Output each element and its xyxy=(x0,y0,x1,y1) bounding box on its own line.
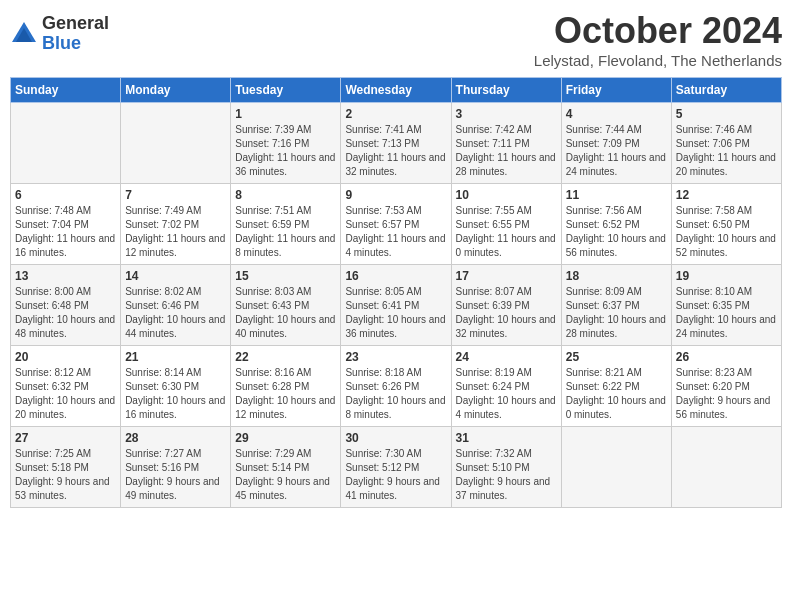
day-number: 13 xyxy=(15,269,116,283)
day-info: Sunrise: 7:53 AM Sunset: 6:57 PM Dayligh… xyxy=(345,204,446,260)
calendar-cell: 19Sunrise: 8:10 AM Sunset: 6:35 PM Dayli… xyxy=(671,265,781,346)
day-info: Sunrise: 7:55 AM Sunset: 6:55 PM Dayligh… xyxy=(456,204,557,260)
col-header-monday: Monday xyxy=(121,78,231,103)
day-info: Sunrise: 7:27 AM Sunset: 5:16 PM Dayligh… xyxy=(125,447,226,503)
day-number: 10 xyxy=(456,188,557,202)
col-header-tuesday: Tuesday xyxy=(231,78,341,103)
day-info: Sunrise: 7:44 AM Sunset: 7:09 PM Dayligh… xyxy=(566,123,667,179)
calendar-cell: 13Sunrise: 8:00 AM Sunset: 6:48 PM Dayli… xyxy=(11,265,121,346)
day-info: Sunrise: 7:25 AM Sunset: 5:18 PM Dayligh… xyxy=(15,447,116,503)
calendar-cell: 14Sunrise: 8:02 AM Sunset: 6:46 PM Dayli… xyxy=(121,265,231,346)
calendar-cell: 27Sunrise: 7:25 AM Sunset: 5:18 PM Dayli… xyxy=(11,427,121,508)
day-info: Sunrise: 8:18 AM Sunset: 6:26 PM Dayligh… xyxy=(345,366,446,422)
calendar-cell: 17Sunrise: 8:07 AM Sunset: 6:39 PM Dayli… xyxy=(451,265,561,346)
calendar-cell: 21Sunrise: 8:14 AM Sunset: 6:30 PM Dayli… xyxy=(121,346,231,427)
general-blue-icon xyxy=(10,20,38,48)
day-number: 27 xyxy=(15,431,116,445)
calendar-cell: 23Sunrise: 8:18 AM Sunset: 6:26 PM Dayli… xyxy=(341,346,451,427)
day-info: Sunrise: 7:58 AM Sunset: 6:50 PM Dayligh… xyxy=(676,204,777,260)
day-number: 11 xyxy=(566,188,667,202)
day-info: Sunrise: 8:00 AM Sunset: 6:48 PM Dayligh… xyxy=(15,285,116,341)
day-info: Sunrise: 8:07 AM Sunset: 6:39 PM Dayligh… xyxy=(456,285,557,341)
day-number: 31 xyxy=(456,431,557,445)
calendar-cell: 11Sunrise: 7:56 AM Sunset: 6:52 PM Dayli… xyxy=(561,184,671,265)
day-info: Sunrise: 7:30 AM Sunset: 5:12 PM Dayligh… xyxy=(345,447,446,503)
calendar-cell: 5Sunrise: 7:46 AM Sunset: 7:06 PM Daylig… xyxy=(671,103,781,184)
day-number: 2 xyxy=(345,107,446,121)
day-info: Sunrise: 8:23 AM Sunset: 6:20 PM Dayligh… xyxy=(676,366,777,422)
day-number: 8 xyxy=(235,188,336,202)
day-info: Sunrise: 7:39 AM Sunset: 7:16 PM Dayligh… xyxy=(235,123,336,179)
logo: General Blue xyxy=(10,14,109,54)
day-number: 23 xyxy=(345,350,446,364)
calendar-cell: 15Sunrise: 8:03 AM Sunset: 6:43 PM Dayli… xyxy=(231,265,341,346)
day-number: 16 xyxy=(345,269,446,283)
calendar-cell: 12Sunrise: 7:58 AM Sunset: 6:50 PM Dayli… xyxy=(671,184,781,265)
calendar-cell: 20Sunrise: 8:12 AM Sunset: 6:32 PM Dayli… xyxy=(11,346,121,427)
day-number: 26 xyxy=(676,350,777,364)
day-info: Sunrise: 7:48 AM Sunset: 7:04 PM Dayligh… xyxy=(15,204,116,260)
day-number: 17 xyxy=(456,269,557,283)
location: Lelystad, Flevoland, The Netherlands xyxy=(534,52,782,69)
calendar-cell: 28Sunrise: 7:27 AM Sunset: 5:16 PM Dayli… xyxy=(121,427,231,508)
day-number: 15 xyxy=(235,269,336,283)
day-number: 1 xyxy=(235,107,336,121)
day-number: 22 xyxy=(235,350,336,364)
week-row-5: 27Sunrise: 7:25 AM Sunset: 5:18 PM Dayli… xyxy=(11,427,782,508)
page-header: General Blue October 2024 Lelystad, Flev… xyxy=(10,10,782,69)
day-info: Sunrise: 7:56 AM Sunset: 6:52 PM Dayligh… xyxy=(566,204,667,260)
calendar-table: SundayMondayTuesdayWednesdayThursdayFrid… xyxy=(10,77,782,508)
day-number: 18 xyxy=(566,269,667,283)
day-number: 20 xyxy=(15,350,116,364)
col-header-wednesday: Wednesday xyxy=(341,78,451,103)
calendar-cell: 6Sunrise: 7:48 AM Sunset: 7:04 PM Daylig… xyxy=(11,184,121,265)
day-number: 30 xyxy=(345,431,446,445)
calendar-cell: 26Sunrise: 8:23 AM Sunset: 6:20 PM Dayli… xyxy=(671,346,781,427)
calendar-cell: 29Sunrise: 7:29 AM Sunset: 5:14 PM Dayli… xyxy=(231,427,341,508)
day-info: Sunrise: 8:09 AM Sunset: 6:37 PM Dayligh… xyxy=(566,285,667,341)
day-number: 29 xyxy=(235,431,336,445)
day-info: Sunrise: 8:19 AM Sunset: 6:24 PM Dayligh… xyxy=(456,366,557,422)
calendar-cell: 10Sunrise: 7:55 AM Sunset: 6:55 PM Dayli… xyxy=(451,184,561,265)
month-title: October 2024 xyxy=(534,10,782,52)
calendar-cell xyxy=(561,427,671,508)
day-info: Sunrise: 8:14 AM Sunset: 6:30 PM Dayligh… xyxy=(125,366,226,422)
day-number: 5 xyxy=(676,107,777,121)
calendar-cell: 7Sunrise: 7:49 AM Sunset: 7:02 PM Daylig… xyxy=(121,184,231,265)
logo-general: General xyxy=(42,14,109,34)
day-number: 14 xyxy=(125,269,226,283)
day-number: 19 xyxy=(676,269,777,283)
day-info: Sunrise: 7:41 AM Sunset: 7:13 PM Dayligh… xyxy=(345,123,446,179)
calendar-cell: 24Sunrise: 8:19 AM Sunset: 6:24 PM Dayli… xyxy=(451,346,561,427)
calendar-cell: 31Sunrise: 7:32 AM Sunset: 5:10 PM Dayli… xyxy=(451,427,561,508)
day-number: 4 xyxy=(566,107,667,121)
day-info: Sunrise: 7:49 AM Sunset: 7:02 PM Dayligh… xyxy=(125,204,226,260)
calendar-cell: 22Sunrise: 8:16 AM Sunset: 6:28 PM Dayli… xyxy=(231,346,341,427)
calendar-cell: 25Sunrise: 8:21 AM Sunset: 6:22 PM Dayli… xyxy=(561,346,671,427)
day-number: 28 xyxy=(125,431,226,445)
day-info: Sunrise: 8:10 AM Sunset: 6:35 PM Dayligh… xyxy=(676,285,777,341)
day-info: Sunrise: 7:29 AM Sunset: 5:14 PM Dayligh… xyxy=(235,447,336,503)
calendar-header-row: SundayMondayTuesdayWednesdayThursdayFrid… xyxy=(11,78,782,103)
logo-blue: Blue xyxy=(42,34,109,54)
calendar-cell xyxy=(121,103,231,184)
calendar-cell: 2Sunrise: 7:41 AM Sunset: 7:13 PM Daylig… xyxy=(341,103,451,184)
calendar-cell: 18Sunrise: 8:09 AM Sunset: 6:37 PM Dayli… xyxy=(561,265,671,346)
day-info: Sunrise: 7:46 AM Sunset: 7:06 PM Dayligh… xyxy=(676,123,777,179)
day-number: 24 xyxy=(456,350,557,364)
col-header-friday: Friday xyxy=(561,78,671,103)
logo-text: General Blue xyxy=(42,14,109,54)
week-row-3: 13Sunrise: 8:00 AM Sunset: 6:48 PM Dayli… xyxy=(11,265,782,346)
day-info: Sunrise: 8:03 AM Sunset: 6:43 PM Dayligh… xyxy=(235,285,336,341)
col-header-thursday: Thursday xyxy=(451,78,561,103)
day-info: Sunrise: 7:32 AM Sunset: 5:10 PM Dayligh… xyxy=(456,447,557,503)
day-info: Sunrise: 7:42 AM Sunset: 7:11 PM Dayligh… xyxy=(456,123,557,179)
calendar-cell xyxy=(11,103,121,184)
calendar-cell: 4Sunrise: 7:44 AM Sunset: 7:09 PM Daylig… xyxy=(561,103,671,184)
calendar-cell xyxy=(671,427,781,508)
calendar-cell: 9Sunrise: 7:53 AM Sunset: 6:57 PM Daylig… xyxy=(341,184,451,265)
day-number: 3 xyxy=(456,107,557,121)
day-info: Sunrise: 8:16 AM Sunset: 6:28 PM Dayligh… xyxy=(235,366,336,422)
title-block: October 2024 Lelystad, Flevoland, The Ne… xyxy=(534,10,782,69)
day-info: Sunrise: 8:02 AM Sunset: 6:46 PM Dayligh… xyxy=(125,285,226,341)
